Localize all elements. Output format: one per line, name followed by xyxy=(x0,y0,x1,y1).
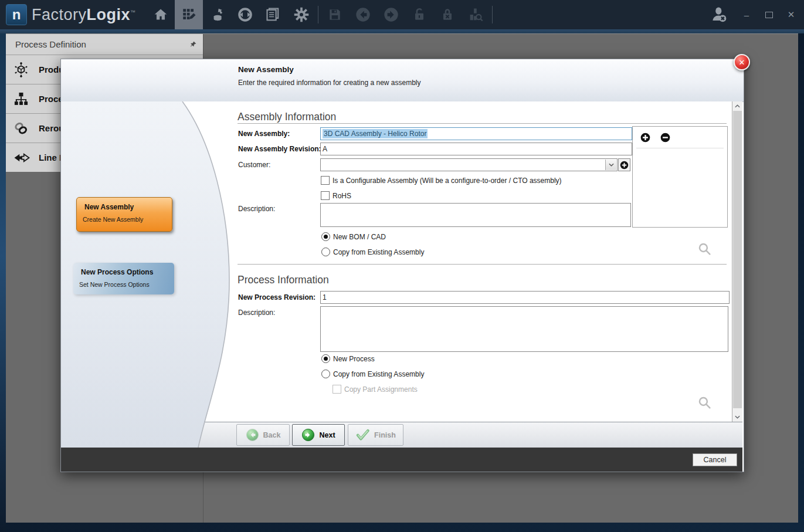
new-bom-cad-radio[interactable] xyxy=(321,232,330,241)
dialog-subtitle: Enter the required information for creat… xyxy=(238,79,421,87)
new-assembly-input[interactable]: 3D CAD Assembly - Helico Rotor xyxy=(320,127,632,140)
scroll-up-icon[interactable] xyxy=(732,101,742,111)
dialog-body: New Assembly Create New Assembly New Pro… xyxy=(61,101,742,448)
assembly-description-label: Description: xyxy=(238,205,275,213)
logo-letter: n xyxy=(12,8,21,22)
title-bar: n FactoryLogix™ xyxy=(0,0,804,29)
finish-button[interactable]: Finish xyxy=(348,424,403,446)
forward-circle-icon[interactable] xyxy=(377,0,405,29)
wizard-step-title: New Process Options xyxy=(81,268,153,276)
minimize-button[interactable]: – xyxy=(742,10,751,20)
copy-existing-assembly-radio-label: Copy from Existing Assembly xyxy=(333,248,424,256)
home-icon[interactable] xyxy=(147,0,175,29)
attachment-list-box xyxy=(632,126,728,228)
line-arrows-icon xyxy=(13,149,30,167)
wizard-step-subtitle: Set New Process Options xyxy=(79,281,150,288)
configurable-assembly-checkbox[interactable] xyxy=(321,176,330,185)
new-assembly-dialog: ✕ New Assembly Enter the required inform… xyxy=(60,59,744,472)
settings-icon[interactable] xyxy=(287,0,316,29)
process-description-textarea[interactable] xyxy=(320,306,728,352)
brand-name: FactoryLogix™ xyxy=(32,6,136,24)
main-toolbar xyxy=(147,0,495,29)
new-process-revision-label: New Process Revision: xyxy=(238,293,316,301)
new-bom-cad-radio-label: New BOM / CAD xyxy=(333,233,386,241)
design-icon[interactable] xyxy=(175,0,203,29)
scroll-down-icon[interactable] xyxy=(732,412,742,422)
app-logo: n xyxy=(6,4,27,25)
dialog-header: New Assembly Enter the required informat… xyxy=(61,59,744,102)
new-assembly-revision-label: New Assembly Revision: xyxy=(238,145,321,153)
maximize-button[interactable] xyxy=(764,10,774,20)
toolbar-separator xyxy=(492,6,493,23)
section-divider xyxy=(238,123,727,124)
process-description-label: Description: xyxy=(238,309,275,317)
unlock-icon[interactable] xyxy=(405,0,433,29)
new-assembly-label: New Assembly: xyxy=(238,130,290,138)
wizard-step-new-process-options[interactable]: New Process Options Set New Process Opti… xyxy=(73,263,174,294)
lock-cancel-icon[interactable] xyxy=(433,0,462,29)
new-process-radio-label: New Process xyxy=(333,355,375,363)
add-customer-button[interactable] xyxy=(618,158,630,171)
copy-part-assignments-label: Copy Part Assignments xyxy=(344,385,418,394)
process-copy-existing-radio[interactable] xyxy=(321,370,330,378)
assembly-description-textarea[interactable] xyxy=(320,203,631,227)
assembly-information-title: Assembly Information xyxy=(238,111,336,123)
wizard-step-subtitle: Create New Assembly xyxy=(83,216,143,223)
new-process-revision-input[interactable]: 1 xyxy=(320,291,730,304)
user-logout-icon[interactable] xyxy=(709,5,729,25)
application-window: n FactoryLogix™ xyxy=(0,0,804,532)
import-icon[interactable] xyxy=(203,0,231,29)
customer-label: Customer: xyxy=(238,161,270,169)
copy-existing-assembly-radio[interactable] xyxy=(321,248,330,256)
product-cube-icon xyxy=(13,62,30,78)
wizard-step-title: New Assembly xyxy=(84,203,134,211)
dialog-scrollbar[interactable] xyxy=(732,101,742,422)
rohs-checkbox-label: RoHS xyxy=(333,192,351,200)
dialog-bottom-bar: Cancel xyxy=(61,448,742,472)
process-copy-existing-radio-label: Copy from Existing Assembly xyxy=(333,370,424,378)
dialog-close-icon[interactable]: ✕ xyxy=(734,54,750,70)
process-tree-icon xyxy=(13,91,30,107)
rohs-checkbox[interactable] xyxy=(321,191,330,200)
documents-icon[interactable] xyxy=(259,0,287,29)
pin-icon[interactable] xyxy=(189,40,197,48)
analysis-icon[interactable] xyxy=(462,0,490,29)
toolbar-accent-strip xyxy=(0,29,804,33)
dialog-title: New Assembly xyxy=(238,65,294,74)
process-information-title: Process Information xyxy=(238,274,329,286)
search-icon[interactable] xyxy=(697,395,712,410)
wizard-step-new-assembly[interactable]: New Assembly Create New Assembly xyxy=(76,197,172,232)
section-divider xyxy=(238,264,727,265)
chevron-down-icon[interactable] xyxy=(605,160,616,170)
configurable-assembly-checkbox-label: Is a Configurable Assembly (Will be a co… xyxy=(333,177,562,185)
next-button[interactable]: Next xyxy=(292,424,345,446)
new-assembly-revision-input[interactable]: A xyxy=(320,143,632,155)
scrollbar-thumb[interactable] xyxy=(733,111,742,408)
close-window-button[interactable]: ✕ xyxy=(786,9,796,20)
selected-text: 3D CAD Assembly - Helico Rotor xyxy=(323,129,428,138)
copy-part-assignments-checkbox[interactable] xyxy=(333,385,341,394)
remove-icon[interactable] xyxy=(660,133,670,143)
back-button[interactable]: Back xyxy=(236,424,290,446)
new-process-radio[interactable] xyxy=(321,354,330,363)
toolbar-separator xyxy=(318,6,318,23)
chain-links-icon xyxy=(13,120,30,137)
divider xyxy=(636,148,724,148)
wizard-button-bar: Back Next Finish xyxy=(196,422,742,448)
add-icon[interactable] xyxy=(640,133,650,143)
back-circle-icon[interactable] xyxy=(349,0,377,29)
cancel-button[interactable]: Cancel xyxy=(693,453,737,466)
customer-dropdown[interactable] xyxy=(320,158,618,171)
search-icon[interactable] xyxy=(697,242,712,256)
panel-title: Process Definition xyxy=(15,39,189,49)
save-icon[interactable] xyxy=(321,0,349,29)
sync-icon[interactable] xyxy=(231,0,259,29)
